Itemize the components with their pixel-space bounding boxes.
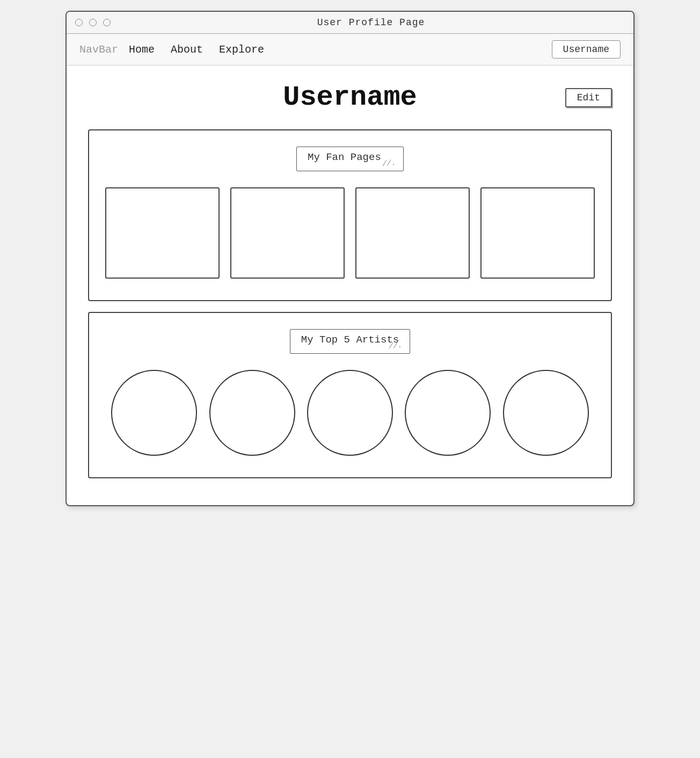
fan-pages-section: My Fan Pages //.	[88, 129, 612, 301]
top-artists-section: My Top 5 Artists //.	[88, 312, 612, 478]
fan-pages-grid	[105, 187, 595, 279]
fan-pages-title-box: My Fan Pages //.	[296, 147, 404, 171]
browser-dot-1	[75, 19, 83, 26]
fan-pages-title-container: My Fan Pages //.	[105, 147, 595, 171]
browser-title: User Profile Page	[117, 17, 625, 28]
nav-brand: NavBar	[79, 43, 118, 56]
top-artists-title: My Top 5 Artists	[301, 334, 399, 346]
browser-dot-3	[103, 19, 111, 26]
page-username: Username	[283, 82, 417, 113]
fan-page-card-4[interactable]	[480, 187, 595, 279]
fan-page-card-1[interactable]	[105, 187, 220, 279]
nav-link-about[interactable]: About	[171, 43, 203, 56]
browser-titlebar: User Profile Page	[67, 12, 633, 34]
fan-pages-sketch-mark: //.	[382, 158, 396, 168]
top-artists-title-box: My Top 5 Artists //.	[290, 329, 410, 354]
top-artists-grid	[105, 370, 595, 456]
top-artists-title-container: My Top 5 Artists //.	[105, 329, 595, 354]
fan-pages-title: My Fan Pages	[308, 151, 381, 163]
page-content: Username Edit My Fan Pages //. My	[67, 65, 633, 505]
fan-page-card-3[interactable]	[355, 187, 470, 279]
artist-circle-1[interactable]	[111, 370, 197, 456]
edit-button[interactable]: Edit	[565, 88, 612, 107]
artist-circle-2[interactable]	[209, 370, 295, 456]
fan-page-card-2[interactable]	[230, 187, 345, 279]
browser-dot-2	[89, 19, 97, 26]
nav-username-button[interactable]: Username	[552, 40, 621, 59]
navbar: NavBar Home About Explore Username	[67, 34, 633, 65]
nav-link-home[interactable]: Home	[129, 43, 155, 56]
artist-circle-4[interactable]	[405, 370, 491, 456]
browser-window: User Profile Page NavBar Home About Expl…	[65, 11, 635, 506]
nav-link-explore[interactable]: Explore	[219, 43, 264, 56]
artist-circle-3[interactable]	[307, 370, 393, 456]
page-header: Username Edit	[88, 82, 612, 113]
top-artists-sketch-mark: //.	[388, 341, 403, 351]
artist-circle-5[interactable]	[503, 370, 589, 456]
